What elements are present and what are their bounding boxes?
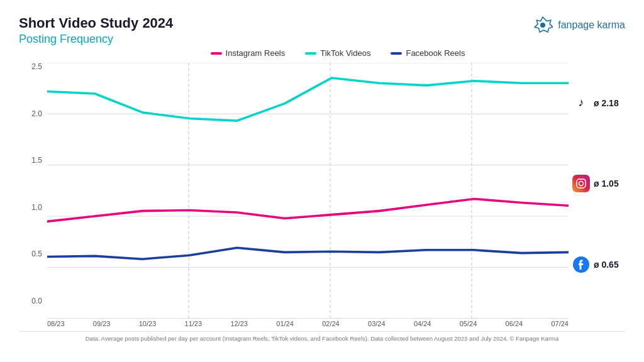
y-label-1-0: 1.0 (31, 204, 42, 211)
chart-svg (47, 63, 569, 319)
y-label-0-5: 0.5 (31, 250, 42, 258)
right-label-tiktok: ♪ ø 2.18 (572, 94, 625, 112)
y-label-1-5: 1.5 (31, 156, 42, 164)
x-label-0224: 02/24 (322, 320, 340, 327)
legend: Instagram Reels TikTok Videos Facebook R… (50, 48, 625, 58)
legend-label-tiktok: TikTok Videos (320, 48, 370, 58)
chart-svg-area (47, 63, 569, 319)
y-label-2-5: 2.5 (31, 63, 42, 70)
x-label-1123: 11/23 (185, 320, 203, 327)
facebook-avg: ø 0.65 (594, 260, 619, 270)
right-label-facebook: ø 0.65 (572, 256, 625, 273)
legend-color-instagram (211, 52, 222, 55)
subtitle: Posting Frequency (19, 33, 173, 46)
main-title: Short Video Study 2024 (19, 15, 173, 31)
header: Short Video Study 2024 Posting Frequency… (19, 15, 625, 46)
chart-wrapper: Instagram Reels TikTok Videos Facebook R… (19, 48, 625, 327)
facebook-icon (572, 256, 590, 273)
legend-item-tiktok: TikTok Videos (305, 48, 370, 58)
x-label-0524: 05/24 (460, 320, 477, 327)
x-label-0324: 03/24 (368, 320, 386, 327)
x-label-1023: 10/23 (139, 320, 157, 327)
x-label-0923: 09/23 (93, 320, 111, 327)
x-label-0624: 06/24 (506, 320, 523, 327)
legend-item-instagram: Instagram Reels (211, 48, 286, 58)
chart-body: 2.5 2.0 1.5 1.0 0.5 0.0 (19, 63, 625, 319)
x-label-0124: 01/24 (276, 320, 294, 327)
brand-logo-icon (533, 15, 553, 35)
y-label-0-0: 0.0 (31, 297, 42, 305)
right-label-instagram: ø 1.05 (572, 175, 625, 192)
y-axis: 2.5 2.0 1.5 1.0 0.5 0.0 (19, 63, 47, 319)
x-axis: 08/23 09/23 10/23 11/23 12/23 01/24 02/2… (19, 320, 625, 327)
legend-label-instagram: Instagram Reels (226, 48, 286, 58)
brand: fanpage karma (533, 15, 625, 35)
legend-label-facebook: Facebook Reels (406, 48, 465, 58)
brand-name: fanpage karma (558, 19, 625, 31)
page-container: Short Video Study 2024 Posting Frequency… (0, 0, 644, 362)
legend-color-tiktok (305, 52, 316, 55)
x-label-0724: 07/24 (551, 320, 569, 327)
x-label-0823: 08/23 (47, 320, 65, 327)
svg-text:♪: ♪ (579, 96, 584, 109)
right-labels: ♪ ø 2.18 (569, 63, 625, 319)
tiktok-icon: ♪ (572, 94, 590, 112)
instagram-icon (572, 175, 590, 192)
legend-color-facebook (391, 52, 402, 55)
tiktok-avg: ø 2.18 (594, 98, 619, 108)
y-label-2-0: 2.0 (31, 110, 42, 118)
title-block: Short Video Study 2024 Posting Frequency (19, 15, 173, 46)
svg-rect-13 (572, 175, 590, 192)
legend-item-facebook: Facebook Reels (391, 48, 465, 58)
x-label-0424: 04/24 (414, 320, 431, 327)
footer-note: Data: Average posts published per day pe… (19, 331, 625, 342)
svg-point-1 (540, 23, 545, 28)
svg-point-16 (584, 179, 586, 180)
x-label-1223: 12/23 (230, 320, 248, 327)
instagram-avg: ø 1.05 (594, 178, 619, 189)
